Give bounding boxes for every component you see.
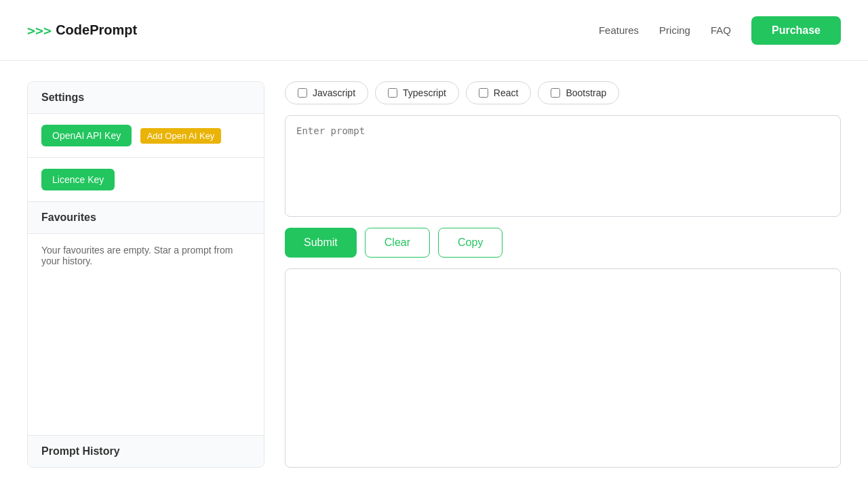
checkbox-typescript-label: Typescript [403, 87, 446, 98]
logo: >>> CodePrompt [27, 22, 137, 39]
nav-pricing[interactable]: Pricing [659, 24, 690, 36]
main-layout: Settings OpenAI API Key Add Open AI Key … [0, 61, 868, 488]
checkbox-react[interactable]: React [466, 81, 532, 104]
buttons-row: Submit Clear Copy [285, 228, 841, 258]
submit-button[interactable]: Submit [285, 228, 357, 258]
checkbox-javascript-label: Javascript [313, 87, 355, 98]
checkbox-javascript-input[interactable] [298, 88, 307, 98]
output-textarea[interactable] [285, 268, 841, 468]
favourites-header: Favourites [28, 202, 264, 234]
content-area: Javascript Typescript React Bootstrap Su… [285, 81, 841, 468]
checkbox-javascript[interactable]: Javascript [285, 81, 368, 104]
checkbox-typescript[interactable]: Typescript [375, 81, 459, 104]
logo-arrows: >>> [27, 22, 52, 39]
licence-key-section: Licence Key [28, 158, 264, 202]
openai-key-section: OpenAI API Key Add Open AI Key [28, 114, 264, 158]
prompt-textarea[interactable] [285, 115, 841, 217]
checkbox-react-input[interactable] [479, 88, 488, 98]
licence-key-button[interactable]: Licence Key [41, 169, 115, 190]
logo-text: CodePrompt [56, 22, 137, 38]
favourites-empty-text: Your favourites are empty. Star a prompt… [41, 245, 233, 266]
checkbox-typescript-input[interactable] [388, 88, 397, 98]
checkbox-bootstrap-input[interactable] [551, 88, 560, 98]
nav-faq[interactable]: FAQ [711, 24, 731, 36]
prompt-history-header: Prompt History [28, 436, 264, 467]
add-openai-key-badge[interactable]: Add Open AI Key [140, 128, 222, 144]
copy-button[interactable]: Copy [438, 228, 502, 258]
header: >>> CodePrompt Features Pricing FAQ Purc… [0, 0, 868, 61]
clear-button[interactable]: Clear [365, 228, 430, 258]
settings-header: Settings [28, 82, 264, 114]
favourites-body: Your favourites are empty. Star a prompt… [28, 234, 264, 436]
sidebar: Settings OpenAI API Key Add Open AI Key … [27, 81, 264, 468]
checkbox-bootstrap-label: Bootstrap [566, 87, 606, 98]
openai-api-key-button[interactable]: OpenAI API Key [41, 125, 132, 146]
checkbox-react-label: React [494, 87, 519, 98]
checkbox-bootstrap[interactable]: Bootstrap [538, 81, 619, 104]
purchase-button[interactable]: Purchase [751, 16, 841, 45]
nav: Features Pricing FAQ Purchase [599, 16, 841, 45]
checkboxes-row: Javascript Typescript React Bootstrap [285, 81, 841, 104]
nav-features[interactable]: Features [599, 24, 639, 36]
